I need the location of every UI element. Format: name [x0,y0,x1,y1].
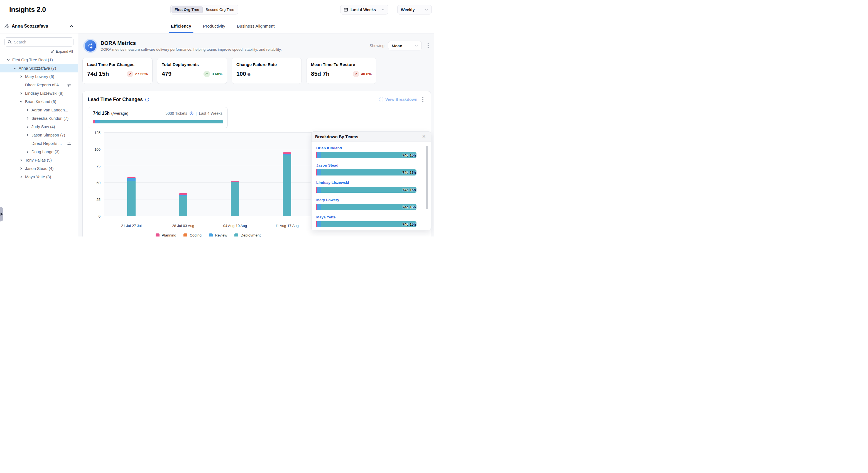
stacked-bar[interactable] [127,177,135,216]
tree-item-label: Direct Reports ... [31,141,62,146]
chevron-right-icon[interactable] [26,150,29,153]
trend-up-arrow-icon [204,71,210,77]
metric-card-value: 479 [162,70,172,77]
metric-card-title: Total Deployments [162,62,222,67]
toggle-second-org-tree[interactable]: Second Org Tree [203,6,238,13]
chart-plot-area: 0255075100125 [104,132,312,216]
close-icon[interactable]: ✕ [421,134,427,140]
team-name-link[interactable]: Maya Yette [316,215,336,219]
tree-item[interactable]: Maya Yette (3) [0,173,78,181]
info-icon[interactable] [145,97,149,102]
tree-item[interactable]: Anna Scozzafava (7) [0,64,78,72]
dora-kebab-menu[interactable] [425,42,431,49]
tree-item-label: Jason Simpson (7) [31,133,65,137]
breakdown-team-row: Maya Yette74d 15h [316,214,426,227]
tab-business-alignment[interactable]: Business Alignment [236,19,275,33]
summary-divider: | [196,111,197,116]
y-axis-tick-label: 25 [97,198,100,202]
view-breakdown-button[interactable]: View Breakdown [379,97,417,102]
team-name-link[interactable]: Lindsay Liszewski [316,180,349,185]
stacked-bar[interactable] [231,181,239,216]
chevron-down-icon[interactable] [13,66,17,70]
review-segment [317,152,321,158]
chevron-up-icon[interactable] [70,24,73,28]
team-lead-time-bar[interactable]: 74d 15h [316,187,416,193]
chevron-right-icon[interactable] [20,92,23,95]
tree-item[interactable]: Jason Stead (4) [0,164,78,173]
legend-item: Coding [183,233,202,237]
info-icon[interactable] [190,112,193,115]
team-lead-time-value: 74d 15h [403,222,416,227]
legend-swatch [156,233,159,237]
sidebar-user-name: Anna Scozzafava [12,24,67,29]
chevron-down-icon [425,8,428,11]
date-range-dropdown[interactable]: Last 4 Weeks [340,5,389,14]
team-name-link[interactable]: Jason Stead [316,163,339,168]
metric-card-title: Mean Time To Restore [311,62,372,67]
tree-item[interactable]: Direct Reports of A... [0,81,78,89]
tree-item[interactable]: Lindsay Liszewski (8) [0,89,78,97]
stacked-bar[interactable] [179,193,187,216]
tree-item[interactable]: Tony Pallas (5) [0,156,78,164]
expand-all-button[interactable]: Expand All [51,49,73,54]
tree-item-label: First Org Tree Root (1) [12,58,53,62]
tabs: EfficiencyProductivityBusiness Alignment [170,19,275,33]
showing-dropdown[interactable]: Mean [388,41,422,51]
breakdown-title: Breakdown By Teams [315,134,421,139]
expand-all-icon [51,50,55,53]
chevron-right-icon[interactable] [20,158,23,162]
tree-item[interactable]: Jason Simpson (7) [0,131,78,139]
lead-time-kebab-menu[interactable] [420,96,426,103]
team-name-link[interactable]: Mary Lowery [316,198,339,202]
toggle-first-org-tree[interactable]: First Org Tree [172,6,203,13]
trend-badge: 3.68% [204,71,222,77]
chevron-right-icon[interactable] [26,117,29,120]
chart-x-labels: 21 Jul-27 Jul28 Jul-03 Aug04 Aug-10 Aug1… [104,224,312,229]
team-lead-time-bar[interactable]: 74d 15h [316,169,416,176]
tree-item-label: Anna Scozzafava (7) [19,66,56,70]
tab-productivity[interactable]: Productivity [203,19,226,33]
team-lead-time-bar[interactable]: 74d 15h [316,152,416,158]
metric-card-value-row: 100% [236,70,297,77]
dora-loop-icon [85,40,96,52]
filter-sliders-icon[interactable] [67,83,71,87]
summary-qualifier: (Average) [111,111,128,116]
tree-item[interactable]: Direct Reports ... [0,139,78,148]
sidebar-collapse-handle[interactable] [0,207,3,221]
sidebar-header[interactable]: Anna Scozzafava [0,19,78,33]
y-axis-tick-label: 100 [94,147,100,151]
tree-item[interactable]: Judy Saw (4) [0,123,78,131]
tree-item[interactable]: Doug Lange (3) [0,148,78,156]
legend-swatch [183,233,187,237]
stacked-bar[interactable] [283,152,291,216]
tree-item-label: Direct Reports of A... [25,83,62,87]
team-name-link[interactable]: Brian Kirkland [316,146,342,150]
chevron-right-icon[interactable] [26,125,29,128]
chevron-right-icon[interactable] [20,75,23,78]
chevron-right-icon[interactable] [26,134,29,137]
tree-item[interactable]: Mary Lowery (6) [0,72,78,81]
granularity-dropdown[interactable]: Weekly [397,5,432,14]
chevron-down-icon[interactable] [7,58,10,62]
metric-card-value-row: 74d 15h27.56% [87,70,148,77]
chevron-right-icon[interactable] [20,167,23,170]
tree-item[interactable]: Brian Kirkland (6) [0,97,78,106]
tab-efficiency[interactable]: Efficiency [170,19,192,33]
breakdown-scrollbar-thumb[interactable] [426,146,428,209]
tree-item[interactable]: First Org Tree Root (1) [0,56,78,64]
sidebar-search[interactable] [4,37,73,47]
tree-item[interactable]: Aaron Van Langen... [0,106,78,114]
search-input[interactable] [14,40,70,44]
expand-corners-icon [379,97,383,101]
tree-item-label: Aaron Van Langen... [31,108,68,112]
team-lead-time-bar[interactable]: 74d 15h [316,204,416,210]
chevron-down-icon[interactable] [20,100,23,104]
legend-label: Coding [190,233,202,237]
chevron-right-icon[interactable] [20,175,23,179]
filter-sliders-icon[interactable] [67,142,71,146]
team-lead-time-bar[interactable]: 74d 15h [316,221,416,227]
tree-item[interactable]: Sireesha Kunduri (7) [0,114,78,123]
chevron-right-icon[interactable] [26,108,29,112]
chart-legend: PlanningCodingReviewDeployment [104,233,312,237]
trend-badge: 27.56% [127,71,148,77]
